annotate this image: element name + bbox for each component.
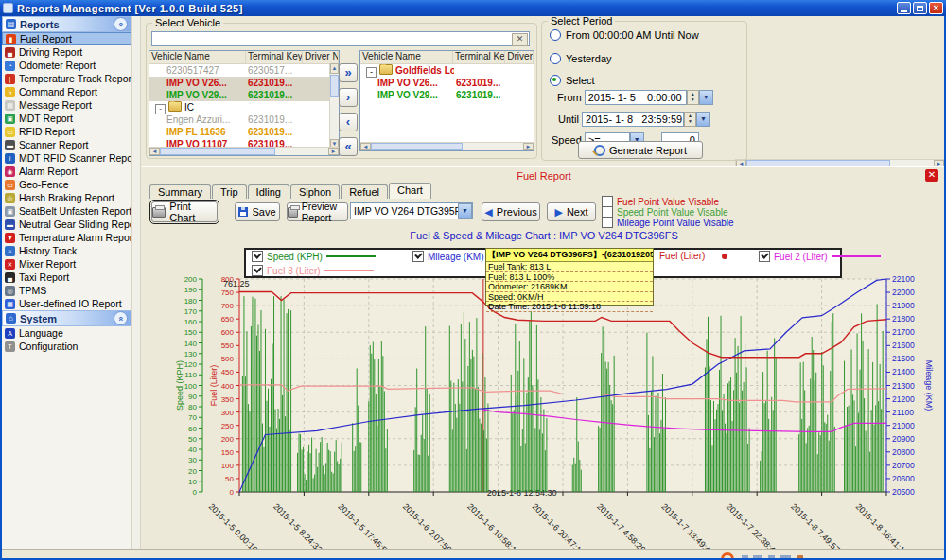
previous-button[interactable]: ◀ Previous — [482, 202, 540, 221]
selected-list-hscrollbar[interactable]: ◄ ► — [360, 142, 534, 150]
sidebar-item-mdt-rfid-scanner-report[interactable]: iMDT RFID Scanner Report — [2, 151, 131, 165]
until-dropdown-icon[interactable]: ▼ — [696, 112, 710, 127]
sidebar-item-seatbelt-unfasten-report[interactable]: ▣SeatBelt Unfasten Report — [2, 204, 131, 218]
tab-chart[interactable]: Chart — [389, 183, 431, 199]
tab-refuel[interactable]: Refuel — [341, 184, 388, 199]
legend-checkbox-icon[interactable] — [759, 251, 770, 262]
vehicle-list-hscrollbar[interactable]: ◄ ► — [149, 147, 339, 155]
legend-entry-fuel-2-liter[interactable]: Fuel 2 (Liter) — [759, 251, 881, 262]
sidebar-header-reports[interactable]: ▤ Reports « — [2, 16, 131, 32]
legend-checkbox-icon[interactable] — [252, 251, 263, 262]
legend-checkbox-icon[interactable] — [252, 265, 263, 276]
sidebar-item-temperature-alarm-report[interactable]: ▼Temperature Alarm Report — [2, 231, 131, 244]
from-datetime-field[interactable]: 2015- 1- 5 0:00:00 — [585, 90, 687, 105]
vehicle-combo[interactable]: IMP VO V264 DTG395FS ▼ — [350, 202, 473, 219]
vehicle-row-goldfields-lo[interactable]: -Goldfields Lo... — [360, 64, 534, 77]
radio-icon[interactable] — [550, 75, 561, 86]
sidebar-item-taxi-report[interactable]: ▄Taxi Report — [2, 271, 131, 284]
sidebar-item-driving-report[interactable]: ▄Driving Report — [2, 45, 131, 59]
until-datetime-field[interactable]: 2015- 1- 8 23:59:59 — [582, 112, 684, 127]
vehicle-combo-dropdown-icon[interactable]: ▼ — [458, 203, 472, 219]
next-button[interactable]: ▶ Next — [547, 202, 596, 221]
vehicle-row-imp-vo-v29[interactable]: IMP VO V29...6231019... — [360, 89, 534, 101]
collapse-system-icon[interactable]: « — [114, 311, 128, 325]
legend-entry-fuel-3-liter[interactable]: Fuel 3 (Liter) — [252, 265, 374, 276]
vehicle-list-selected[interactable]: Vehicle NameTerminal KeyDriver Nam -Gold… — [359, 50, 534, 151]
vehicle-row-ic[interactable]: -IC — [149, 101, 339, 114]
legend-checkbox-icon[interactable] — [412, 251, 424, 262]
sidebar-item-history-track[interactable]: ≈History Track — [2, 244, 131, 257]
vehicle-list-available[interactable]: Vehicle NameTerminal KeyDriver Nam 62305… — [149, 50, 340, 156]
sidebar-item-temperature-track-report[interactable]: |Temperature Track Report — [2, 72, 131, 85]
sidebar-item-odometer-report[interactable]: ◔Odometer Report — [2, 59, 131, 72]
column-header-terminal-key[interactable]: Terminal Key — [453, 51, 505, 63]
move-right-icon[interactable]: › — [339, 88, 358, 107]
vehicle-row-imp-vo-v29[interactable]: IMP VO V29...6231019... — [149, 89, 339, 101]
sidebar-item-geo-fence[interactable]: ▭Geo-Fence — [2, 178, 131, 191]
from-dropdown-icon[interactable]: ▼ — [699, 90, 713, 105]
legend-entry-fuel-liter[interactable]: Fuel (Liter) — [659, 251, 727, 261]
generate-report-button[interactable]: Generate Report — [578, 141, 703, 159]
vehicle-row-6230517427[interactable]: 62305174276230517... — [149, 64, 339, 77]
print-chart-button[interactable]: Print Chart — [151, 201, 218, 222]
vehicle-row-imp-vo-v26[interactable]: IMP VO V26...6231019... — [149, 77, 339, 89]
fuel-speed-mileage-chart[interactable]: 0102030405060708090100110120130140150160… — [176, 272, 944, 549]
move-all-left-icon[interactable]: « — [339, 137, 358, 156]
radio-yesterday[interactable]: Yesterday — [550, 53, 612, 64]
sidebar-scrollbar[interactable] — [131, 16, 141, 549]
sidebar-item-scanner-report[interactable]: ▬Scanner Report — [2, 138, 131, 151]
collapse-reports-icon[interactable]: « — [114, 17, 128, 31]
column-header-vehicle-name[interactable]: Vehicle Name — [360, 51, 453, 63]
sidebar-header-system[interactable]: ⌂ System « — [2, 310, 131, 326]
tree-expander-icon[interactable]: - — [366, 67, 377, 78]
sidebar-item-language[interactable]: ALanguage — [2, 326, 131, 340]
radio-select[interactable]: Select — [550, 75, 595, 86]
maximize-button[interactable] — [913, 2, 927, 14]
preview-report-button[interactable]: Preview Report — [287, 202, 348, 221]
vehicle-row-imp-fl-11636[interactable]: IMP FL 116366231019... — [149, 126, 339, 138]
vehicle-list-vscrollbar[interactable]: ▲▼ — [329, 63, 339, 148]
column-header-terminal-key[interactable]: Terminal Key — [246, 51, 303, 63]
tab-trip[interactable]: Trip — [212, 184, 247, 199]
minimize-button[interactable] — [897, 2, 911, 14]
checkbox-mileage-point-value-visable[interactable]: Mileage Point Value Visable — [602, 217, 734, 228]
brake-icon: ◎ — [5, 193, 15, 203]
from-spinner[interactable]: ▲▼ — [687, 90, 699, 105]
radio-icon[interactable] — [550, 53, 561, 64]
move-left-icon[interactable]: ‹ — [339, 113, 358, 131]
sidebar-item-command-report[interactable]: ϟCommand Report — [2, 85, 131, 98]
clear-search-icon[interactable]: ✕ — [512, 33, 528, 46]
column-header-driver-nam[interactable]: Driver Nam — [505, 51, 534, 63]
save-button[interactable]: Save — [235, 202, 280, 221]
radio-icon[interactable] — [550, 29, 561, 41]
column-header-vehicle-name[interactable]: Vehicle Name — [149, 51, 246, 63]
vehicle-row-engen-azzuri[interactable]: Engen Azzuri...6231019... — [149, 114, 339, 126]
close-button[interactable]: × — [929, 2, 943, 14]
checkbox-icon[interactable] — [602, 217, 613, 228]
sidebar-item-message-report[interactable]: ▤Message Report — [2, 98, 131, 112]
sidebar-item-user-defined-io-report[interactable]: ▦User-defined IO Report — [2, 297, 131, 310]
vehicle-search-input[interactable]: ✕ — [151, 31, 530, 46]
sidebar-item-tpms[interactable]: ◎TPMS — [2, 284, 131, 297]
sidebar-item-harsh-braking-report[interactable]: ◎Harsh Braking Report — [2, 191, 131, 204]
tab-idling[interactable]: Idling — [248, 184, 289, 199]
sidebar-item-neutral-gear-sliding-report[interactable]: ▬Neutral Gear Sliding Report — [2, 218, 131, 231]
vehicle-row-imp-vo-v26[interactable]: IMP VO V26...6231019... — [360, 77, 534, 89]
until-spinner[interactable]: ▲▼ — [684, 112, 696, 127]
legend-entry-speed-kph[interactable]: Speed (KPH) — [252, 251, 376, 262]
move-all-right-icon[interactable]: » — [339, 63, 358, 82]
radio-from-midnight[interactable]: From 00:00:00 AM Until Now — [550, 29, 699, 41]
sidebar-item-configuration[interactable]: TConfiguration — [2, 340, 131, 353]
tree-expander-icon[interactable]: - — [155, 104, 166, 114]
close-report-icon[interactable]: ✕ — [925, 169, 938, 182]
tab-siphon[interactable]: Siphon — [290, 184, 340, 199]
tab-summary[interactable]: Summary — [149, 184, 211, 199]
sidebar-item-mdt-report[interactable]: ▣MDT Report — [2, 112, 131, 125]
next-arrow-icon: ▶ — [554, 206, 562, 219]
sidebar-item-rfid-report[interactable]: ▭RFID Report — [2, 125, 131, 138]
sidebar-item-fuel-report[interactable]: ▮Fuel Report — [2, 32, 131, 45]
app-icon — [3, 3, 13, 13]
sidebar-item-mixer-report[interactable]: ✕Mixer Report — [2, 257, 131, 271]
column-header-driver-nam[interactable]: Driver Nam — [303, 51, 339, 63]
sidebar-item-alarm-report[interactable]: ◉Alarm Report — [2, 165, 131, 178]
